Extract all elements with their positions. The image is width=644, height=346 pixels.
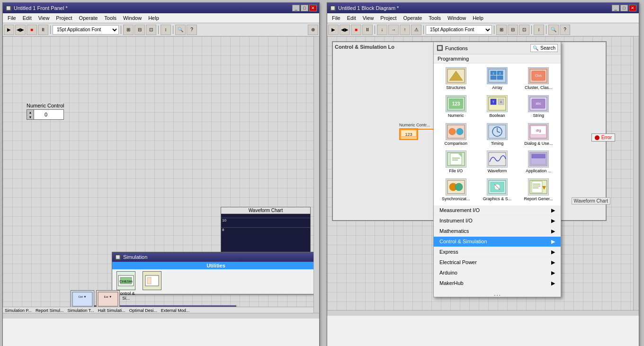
front-panel-window: 🔲 Untitled 1 Front Panel * _ □ ✕ File Ed… (2, 2, 320, 346)
func-structures[interactable]: Structures (436, 65, 476, 92)
bd-close[interactable]: ✕ (629, 5, 636, 11)
func-dialog[interactable]: dlg Dialog & Use... (519, 121, 559, 148)
bd-reorder[interactable]: ↕ (534, 25, 544, 35)
search-button[interactable]: 🔍 (175, 25, 186, 35)
svg-rect-4 (147, 277, 151, 284)
menu-operate[interactable]: Operate (76, 14, 101, 22)
cluster-icon: Clus (528, 67, 549, 84)
menu-edit[interactable]: Edit (20, 14, 35, 22)
functions-search-box[interactable]: 🔍 Search (530, 44, 558, 52)
func-cluster[interactable]: Clus Cluster, Clas... (519, 65, 559, 92)
func-waveform[interactable]: Waveform (477, 149, 517, 176)
fp-scrollbar-h[interactable] (3, 313, 319, 319)
numeric-value[interactable]: 0 (34, 111, 58, 118)
bd-menu-tools[interactable]: Tools (426, 14, 444, 22)
func-fileio[interactable]: File I/O (436, 149, 476, 176)
func-application[interactable]: Application ... (519, 149, 559, 176)
bd-pause[interactable]: ⏸ (362, 25, 373, 35)
run-arrow-button[interactable]: ▶ (4, 25, 14, 35)
bd-run-highlight[interactable]: ◀▶ (340, 25, 350, 35)
menu-arduino[interactable]: Arduino ▶ (434, 268, 561, 278)
reorder-button[interactable]: ↕ (161, 25, 171, 35)
func-timing[interactable]: Timing (477, 121, 517, 148)
bd-resize[interactable]: ⊡ (519, 25, 529, 35)
svg-text:Ctrl ▼: Ctrl ▼ (79, 295, 87, 298)
menu-instrument[interactable]: Instrument I/O ▶ (434, 216, 561, 226)
func-array[interactable]: 1 2 Array (477, 65, 517, 92)
spin-down-button[interactable]: ▼ (27, 115, 34, 119)
graphics-icon (487, 178, 508, 195)
bd-help[interactable]: ? (560, 25, 570, 35)
func-boolean[interactable]: T A Boolean (477, 93, 517, 120)
boolean-icon: T A (487, 95, 508, 112)
run-highlight-button[interactable]: ◀▶ (15, 25, 26, 35)
menu-mathematics[interactable]: Mathematics ▶ (434, 226, 561, 237)
bd-font-selector[interactable]: 15pt Application Font (426, 25, 492, 35)
menu-express[interactable]: Express ▶ (434, 247, 561, 257)
abort-button[interactable]: ■ (27, 25, 37, 35)
bd-search[interactable]: 🔍 (548, 25, 559, 35)
menu-project[interactable]: Project (53, 14, 75, 22)
bd-warn-btn[interactable]: ⚠ (411, 25, 421, 35)
menu-tools[interactable]: Tools (101, 14, 119, 22)
context-help-button[interactable]: ⊕ (308, 25, 318, 35)
bd-abort[interactable]: ■ (351, 25, 361, 35)
func-sync[interactable]: Synchronizat... (436, 177, 476, 204)
bd-menu-project[interactable]: Project (377, 14, 399, 22)
minimize-button[interactable]: _ (292, 5, 300, 11)
bd-menu-help[interactable]: Help (470, 14, 486, 22)
menu-control-simulation[interactable]: Control & Simulation ▶ (434, 237, 561, 247)
functions-header: 🔲 Functions 🔍 Search (434, 42, 561, 54)
bd-scrollbar-h[interactable] (327, 310, 639, 316)
spin-up-button[interactable]: ▲ (27, 110, 34, 115)
help-button[interactable]: ? (187, 25, 197, 35)
menu-makerhub[interactable]: MakerHub ▶ (434, 278, 561, 289)
func-comparison[interactable]: Comparison (436, 121, 476, 148)
arrow-right-1: ▶ (551, 218, 555, 224)
font-selector[interactable]: 15pt Application Font (53, 25, 119, 35)
cluster-label: Cluster, Clas... (525, 85, 553, 90)
bd-sep1 (375, 26, 375, 34)
func-report[interactable]: Report Gener... (519, 177, 559, 204)
svg-rect-21 (98, 292, 118, 306)
distribute-button[interactable]: ⊟ (134, 25, 145, 35)
menu-file[interactable]: File (5, 14, 19, 22)
maximize-button[interactable]: □ (301, 5, 308, 11)
bd-menu-file[interactable]: File (329, 14, 343, 22)
close-button[interactable]: ✕ (309, 5, 317, 11)
titlebar-left: 🔲 Untitled 1 Front Panel * (5, 5, 68, 11)
func-graphics[interactable]: Graphics & S... (477, 177, 517, 204)
sim-blank-item[interactable] (140, 271, 164, 301)
bd-menu-window[interactable]: Window (445, 14, 469, 22)
bd-maximize[interactable]: □ (620, 5, 628, 11)
func-string[interactable]: abc String (519, 93, 559, 120)
window-controls[interactable]: _ □ ✕ (292, 5, 317, 11)
menu-help[interactable]: Help (145, 14, 162, 22)
arrow-right-7: ▶ (551, 280, 555, 286)
menu-view[interactable]: View (36, 14, 53, 22)
menu-electrical[interactable]: Electrical Power ▶ (434, 257, 561, 268)
bd-sep4 (531, 26, 532, 34)
dialog-label: Dialog & Use... (524, 141, 553, 146)
bd-step-over[interactable]: → (388, 25, 399, 35)
bd-minimize[interactable]: _ (612, 5, 619, 11)
fp-scrollbar-v[interactable] (313, 36, 319, 319)
bd-step-into[interactable]: ↓ (377, 25, 387, 35)
bd-menu-view[interactable]: View (360, 14, 377, 22)
pause-button[interactable]: ⏸ (38, 25, 48, 35)
bd-numeric-icon[interactable]: 123 (399, 128, 418, 140)
resize-button[interactable]: ⊡ (146, 25, 156, 35)
menu-measurement[interactable]: Measurement I/O ▶ (434, 205, 561, 216)
menu-window[interactable]: Window (120, 14, 144, 22)
func-numeric[interactable]: 123 Numeric (436, 93, 476, 120)
bd-distribute[interactable]: ⊟ (508, 25, 518, 35)
numeric-spinner[interactable]: ▲ ▼ (27, 110, 34, 119)
bd-step-out[interactable]: ↑ (400, 25, 410, 35)
align-button[interactable]: ⊞ (123, 25, 134, 35)
bd-scrollbar-v[interactable] (633, 36, 639, 316)
bd-run-button[interactable]: ▶ (328, 25, 339, 35)
bd-menu-operate[interactable]: Operate (401, 14, 425, 22)
bd-menu-edit[interactable]: Edit (344, 14, 359, 22)
bd-window-controls[interactable]: _ □ ✕ (612, 5, 636, 11)
bd-align[interactable]: ⊞ (496, 25, 507, 35)
